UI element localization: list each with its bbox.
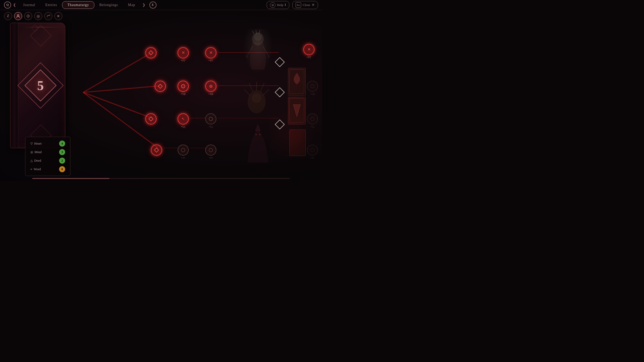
node-label-r1c2: +1▽: [181, 59, 186, 62]
help-label: Help: [277, 3, 283, 7]
heart-badge: 4: [59, 141, 65, 147]
node-r1c1[interactable]: [145, 47, 156, 58]
svg-point-19: [254, 33, 261, 40]
node-r3-diamond[interactable]: [276, 121, 283, 128]
sub-tabs: Z ◎ ✕: [4, 12, 62, 20]
node-r4c3[interactable]: +1≡: [205, 145, 216, 159]
word-icon: ≡: [30, 167, 32, 171]
tab-entries[interactable]: Entries: [40, 2, 62, 9]
card-mid-right: [288, 97, 306, 124]
diamond-node-r3: [275, 119, 285, 129]
book-number: 5: [37, 78, 44, 93]
node-circle-r3c1: [145, 113, 156, 124]
subtab-z[interactable]: Z: [4, 12, 12, 20]
svg-point-30: [252, 94, 261, 103]
stat-mind: ◎ Mind 3: [30, 149, 65, 155]
stat-heart-label: ▽ Heart: [30, 142, 42, 146]
node-r3c3[interactable]: +1△: [205, 113, 216, 128]
node-r1c5[interactable]: ✕ +1▽: [303, 44, 314, 59]
node-r3c1[interactable]: [145, 113, 156, 124]
stat-deed-label: △ Deed: [30, 159, 41, 163]
close-button[interactable]: Esc Close ✕: [292, 1, 318, 9]
node-r2c3[interactable]: ⊗ +1◎: [205, 81, 216, 95]
subtab-horse[interactable]: [44, 12, 52, 20]
left-chevron: ❮: [13, 3, 16, 7]
e-button[interactable]: E: [149, 2, 156, 9]
tab-thaumaturgy[interactable]: Thaumaturgy: [62, 1, 94, 9]
book-spine: [11, 23, 18, 148]
node-ghost-r4[interactable]: +1≡: [307, 145, 318, 159]
node-circle-r3c2: ↖: [178, 113, 189, 124]
word-badge: 0: [59, 166, 65, 172]
node-ghost-r2[interactable]: +1◎: [307, 81, 318, 95]
node-circle-r4c1: [151, 145, 162, 156]
node-circle-r2c1: [155, 81, 166, 92]
svg-rect-31: [290, 98, 304, 123]
svg-point-33: [259, 134, 260, 135]
scrollbar[interactable]: [32, 178, 290, 179]
tab-journal[interactable]: Journal: [18, 2, 40, 9]
svg-line-3: [83, 53, 152, 93]
node-label-r1c3: +1▽: [209, 59, 213, 62]
info-icon: ℹ: [285, 3, 286, 7]
stat-deed: △ Deed 2: [30, 158, 65, 164]
svg-line-28: [260, 83, 264, 92]
subtab-sword[interactable]: [24, 12, 32, 20]
stat-word: ≡ Word 0: [30, 166, 65, 172]
svg-line-29: [263, 89, 269, 96]
card-top-right: [288, 68, 306, 96]
svg-point-18: [252, 33, 263, 45]
nav-right: H Help ℹ Esc Close ✕: [267, 1, 318, 9]
node-label-r4c2: +1≡: [181, 156, 185, 159]
node-r1c2[interactable]: ✕ +1▽: [178, 47, 189, 62]
creature-dark-cloak: [242, 122, 274, 170]
scrollbar-thumb[interactable]: [32, 178, 109, 179]
node-label-r2c2: +1◎: [181, 93, 186, 95]
nav-left: Q ❮ Journal Entries Thaumaturgy Belongin…: [4, 1, 156, 9]
close-x-icon: ✕: [312, 3, 315, 7]
tab-belongings[interactable]: Belongings: [94, 2, 123, 9]
node-r2c2[interactable]: +1◎: [178, 81, 189, 95]
svg-line-21: [256, 30, 257, 33]
node-ghost-r3[interactable]: +1△: [307, 113, 318, 128]
svg-line-22: [259, 30, 260, 33]
node-circle-r4c3: [205, 145, 216, 156]
nav-tabs: Journal Entries Thaumaturgy Belongings M…: [18, 1, 140, 9]
node-r4c2[interactable]: +1≡: [178, 145, 189, 159]
card-bot-right: [289, 129, 306, 156]
svg-line-4: [83, 86, 162, 93]
node-circle-ghost-r2: [307, 81, 318, 92]
node-circle-r1c5: ✕: [303, 44, 314, 55]
subtab-circle[interactable]: ◎: [34, 12, 42, 20]
node-r2c1[interactable]: [155, 81, 166, 92]
node-circle-ghost-r4: [307, 145, 318, 156]
node-circle-r1c2: ✕: [178, 47, 189, 58]
node-r4c1[interactable]: [151, 145, 162, 156]
node-r1-diamond[interactable]: [276, 59, 283, 66]
stats-panel: ▽ Heart 4 ◎ Mind 3 △ Deed 2 ≡ Word 0: [25, 137, 70, 176]
node-label-ghost-r2: +1◎: [310, 93, 315, 95]
subtab-profile[interactable]: [14, 12, 22, 20]
node-circle-r2c3: ⊗: [205, 81, 216, 92]
node-label-r1c5: +1▽: [307, 56, 311, 59]
node-r3c2[interactable]: ↖ +1△: [178, 113, 189, 128]
help-button[interactable]: H Help ℹ: [267, 1, 289, 9]
heart-icon: ▽: [30, 142, 33, 146]
node-label-r2c3: +1◎: [208, 93, 213, 95]
tab-map[interactable]: Map: [123, 2, 140, 9]
right-chevron: ❯: [142, 3, 145, 7]
creature-skeleton: [243, 29, 273, 74]
node-circle-r1c3: ✕: [205, 47, 216, 58]
q-button[interactable]: Q: [4, 2, 11, 9]
node-r2-diamond[interactable]: [276, 89, 283, 96]
subtab-x[interactable]: ✕: [54, 12, 62, 20]
node-label-r3c2: +1△: [181, 125, 186, 128]
node-label-ghost-r4: +1≡: [310, 156, 314, 159]
book-cover: 5: [10, 23, 65, 148]
close-label: Close: [303, 3, 310, 7]
node-circle-ghost-r3: [307, 113, 318, 124]
node-r1c3[interactable]: ✕ +1▽: [205, 47, 216, 62]
node-label-r4c3: +1≡: [209, 156, 213, 159]
esc-key: Esc: [296, 2, 301, 8]
diamond-node-r2: [275, 87, 285, 97]
